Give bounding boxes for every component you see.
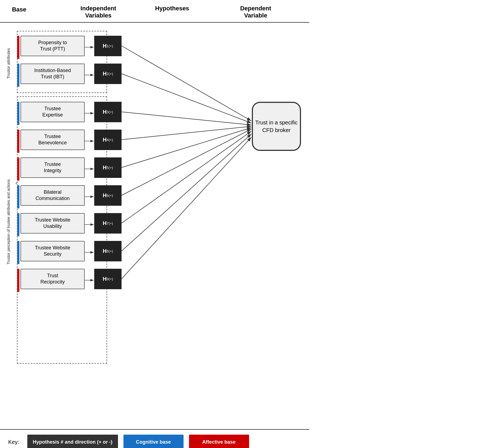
var-ibt: Institution-BasedTrust (IBT)	[20, 64, 85, 84]
header-independent-variables: IndependentVariables	[60, 5, 137, 19]
bar-usability	[17, 213, 19, 236]
svg-line-6	[122, 129, 251, 195]
bar-communication	[17, 185, 19, 208]
bar-expertise	[17, 102, 19, 125]
svg-line-2	[122, 74, 251, 123]
bar-integrity	[17, 157, 19, 181]
var-reciprocity: TrustReciprocity	[20, 269, 85, 289]
content-wrapper: Trustor attributes Trustor perception of…	[0, 31, 309, 424]
var-usability: Trustee WebsiteUsability	[20, 213, 85, 234]
key-label: Key:	[8, 439, 19, 445]
trustor-perception-label: Trustor perception of trustee attributes…	[1, 96, 16, 347]
header-dependent-variable: DependentVariable	[202, 5, 309, 19]
var-ptt: Propensity toTrust (PTT)	[20, 36, 85, 56]
header-row: Base IndependentVariables Hypotheses Dep…	[0, 0, 309, 23]
bar-reciprocity	[17, 269, 19, 292]
hyp-h1: H1(+)	[94, 36, 122, 56]
bar-ibt	[17, 64, 19, 87]
trustor-attributes-label: Trustor attributes	[1, 36, 15, 91]
hyp-h5: H5(+)	[94, 157, 122, 178]
svg-line-5	[122, 128, 251, 168]
hyp-h6: H6(+)	[94, 185, 122, 206]
hyp-h9: H9(+)	[94, 269, 122, 289]
key-cognitive-base: Cognitive base	[123, 435, 184, 448]
var-communication: BilateralCommunication	[20, 185, 85, 206]
header-base: Base	[0, 5, 38, 13]
svg-line-7	[122, 131, 251, 223]
dependent-variable-box: Trust in a specific CFD broker	[252, 102, 301, 151]
hyp-h8: H8(+)	[94, 241, 122, 261]
footer-key: Key: Hypothesis # and direction (+ or -)…	[0, 429, 309, 448]
sub-bracket	[16, 183, 17, 184]
hyp-h3: H3(+)	[94, 102, 122, 122]
var-benevolence: TrusteeBenevolence	[20, 130, 85, 150]
svg-line-1	[122, 46, 251, 121]
var-security: Trustee WebsiteSecurity	[20, 241, 85, 261]
page-container: Base IndependentVariables Hypotheses Dep…	[0, 0, 309, 448]
key-hypothesis-box: Hypothesis # and direction (+ or -)	[27, 435, 118, 448]
svg-line-8	[122, 134, 251, 251]
hyp-h2: H2(+)	[94, 64, 122, 84]
bar-benevolence	[17, 130, 19, 153]
svg-line-4	[122, 126, 251, 140]
svg-line-3	[122, 112, 251, 125]
bar-security	[17, 241, 19, 264]
key-affective-base: Affective base	[189, 435, 249, 448]
svg-line-9	[122, 137, 251, 279]
hyp-h4: H4(+)	[94, 130, 122, 150]
bar-ptt	[17, 36, 19, 59]
header-hypotheses: Hypotheses	[150, 5, 194, 12]
var-expertise: TrusteeExpertise	[20, 102, 85, 122]
hyp-h7: H7(+)	[94, 213, 122, 234]
var-integrity: TrusteeIntegrity	[20, 157, 85, 178]
